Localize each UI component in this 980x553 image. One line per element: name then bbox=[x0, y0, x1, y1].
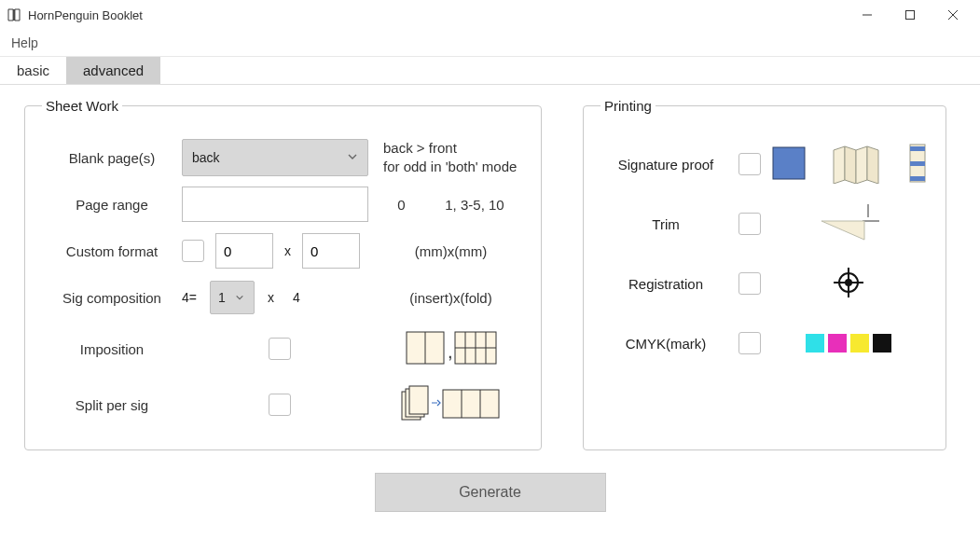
page-range-example: 1, 3-5, 10 bbox=[445, 197, 504, 213]
svg-marker-29 bbox=[821, 221, 864, 240]
printing-group: Printing Signature proof bbox=[583, 98, 946, 450]
svg-text:,: , bbox=[448, 341, 453, 362]
svg-rect-25 bbox=[910, 161, 925, 166]
custom-format-label: Custom format bbox=[42, 243, 182, 259]
imposition-label: Imposition bbox=[42, 341, 182, 357]
svg-rect-18 bbox=[773, 147, 805, 179]
cmyk-label: CMYK(mark) bbox=[600, 336, 731, 352]
page-range-label: Page range bbox=[42, 197, 182, 213]
sig-hint: (insert)x(fold) bbox=[378, 290, 524, 306]
page-range-input[interactable] bbox=[182, 187, 368, 222]
custom-width-input[interactable] bbox=[215, 233, 273, 269]
sig-insert-select[interactable]: 1 bbox=[210, 281, 255, 314]
sig-insert-value: 1 bbox=[218, 290, 226, 305]
printing-legend: Printing bbox=[600, 98, 656, 114]
split-per-sig-icon bbox=[400, 384, 503, 426]
split-per-sig-label: Split per sig bbox=[42, 397, 182, 413]
signature-proof-checkbox[interactable] bbox=[738, 153, 761, 175]
registration-mark-icon bbox=[833, 267, 864, 301]
menu-help[interactable]: Help bbox=[4, 32, 46, 54]
accordion-booklet-icon bbox=[832, 143, 884, 187]
custom-height-input[interactable] bbox=[302, 233, 360, 269]
sig-composition-label: Sig composition bbox=[42, 290, 182, 306]
sheet-work-legend: Sheet Work bbox=[42, 98, 122, 114]
minimize-button[interactable] bbox=[846, 0, 889, 30]
tab-basic[interactable]: basic bbox=[0, 57, 66, 84]
trim-label: Trim bbox=[600, 216, 731, 232]
svg-rect-15 bbox=[443, 390, 499, 418]
svg-rect-26 bbox=[910, 176, 925, 181]
chevron-down-icon bbox=[235, 290, 244, 305]
blank-pages-label: Blank page(s) bbox=[42, 150, 182, 166]
svg-rect-1 bbox=[906, 11, 915, 20]
sig-x: x bbox=[268, 290, 274, 305]
svg-rect-24 bbox=[910, 146, 925, 151]
svg-marker-19 bbox=[834, 146, 845, 184]
titlebar: HornPenguin Booklet bbox=[0, 0, 980, 30]
trim-mark-icon bbox=[816, 202, 881, 246]
signature-proof-label: Signature proof bbox=[600, 157, 731, 173]
trim-checkbox[interactable] bbox=[738, 213, 761, 235]
page-range-count: 0 bbox=[397, 197, 405, 213]
imposition-icon: , bbox=[405, 330, 498, 368]
imposition-checkbox[interactable] bbox=[269, 338, 291, 360]
cmyk-c-swatch bbox=[806, 334, 824, 353]
close-button[interactable] bbox=[932, 0, 974, 30]
blank-pages-hint-2: for odd in 'both' mode bbox=[383, 158, 524, 176]
tabbar: basic advanced bbox=[0, 57, 980, 85]
window-title: HornPenguin Booklet bbox=[28, 8, 143, 22]
custom-format-hint: (mm)x(mm) bbox=[378, 243, 524, 259]
svg-marker-21 bbox=[856, 146, 867, 184]
cmyk-y-swatch bbox=[850, 334, 869, 353]
chevron-down-icon bbox=[347, 150, 358, 165]
app-icon bbox=[6, 7, 22, 23]
registration-checkbox[interactable] bbox=[738, 272, 761, 295]
cmyk-checkbox[interactable] bbox=[738, 332, 761, 354]
sig-fold: 4 bbox=[287, 290, 306, 305]
svg-rect-14 bbox=[409, 386, 428, 414]
sheet-work-group: Sheet Work Blank page(s) back back > fro… bbox=[24, 98, 542, 450]
custom-x: x bbox=[284, 243, 291, 258]
blank-pages-hint-1: back > front bbox=[383, 139, 524, 158]
split-per-sig-checkbox[interactable] bbox=[269, 394, 291, 416]
menubar: Help bbox=[0, 30, 980, 57]
color-swatch-icon bbox=[770, 145, 807, 185]
maximize-button[interactable] bbox=[889, 0, 932, 30]
blank-pages-value: back bbox=[192, 150, 220, 165]
cmyk-k-swatch bbox=[873, 334, 891, 353]
svg-marker-20 bbox=[845, 146, 856, 184]
window-controls bbox=[846, 0, 974, 30]
cmyk-m-swatch bbox=[828, 334, 847, 353]
svg-marker-22 bbox=[867, 146, 878, 184]
sig-strip-icon bbox=[908, 143, 927, 187]
sig-prefix: 4= bbox=[182, 290, 197, 305]
custom-format-checkbox[interactable] bbox=[182, 240, 204, 262]
blank-pages-select[interactable]: back bbox=[182, 139, 368, 176]
generate-button[interactable]: Generate bbox=[375, 473, 606, 512]
registration-label: Registration bbox=[600, 276, 731, 292]
tab-advanced[interactable]: advanced bbox=[66, 57, 160, 84]
